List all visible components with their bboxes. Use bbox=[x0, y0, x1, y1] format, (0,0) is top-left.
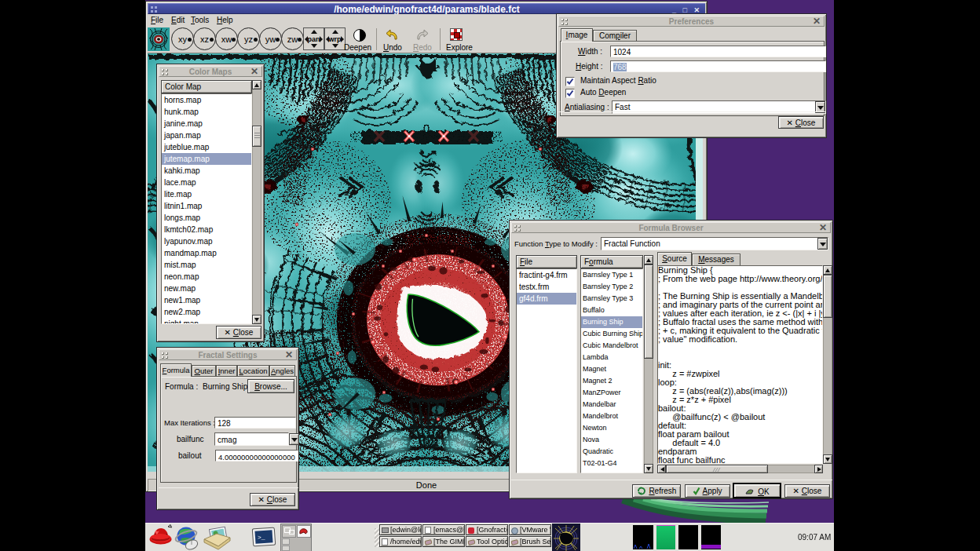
svg-text:>_: >_ bbox=[258, 534, 265, 541]
